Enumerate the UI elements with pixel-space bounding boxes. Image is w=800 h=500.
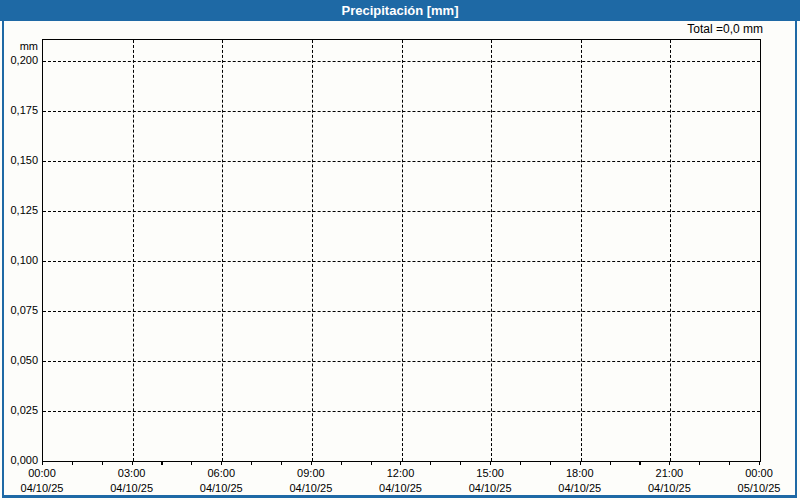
v-gridline xyxy=(491,40,492,461)
y-tick-label: 0,075 xyxy=(0,304,38,316)
x-tick-date-label: 04/10/25 xyxy=(96,482,168,494)
y-tick-label: 0,200 xyxy=(0,54,38,66)
y-tick-label: 0,100 xyxy=(0,254,38,266)
v-gridline xyxy=(222,40,223,461)
v-gridline xyxy=(402,40,403,461)
x-tick-time-label: 09:00 xyxy=(275,467,347,479)
chart-title: Precipitación [mm] xyxy=(341,3,458,18)
y-tick-label: 0,050 xyxy=(0,354,38,366)
x-tick-date-label: 04/10/25 xyxy=(185,482,257,494)
y-axis-unit-label: mm xyxy=(0,40,38,52)
v-gridline xyxy=(670,40,671,461)
x-tick-time-label: 21:00 xyxy=(633,467,705,479)
x-tick-date-label: 04/10/25 xyxy=(365,482,437,494)
x-tick-date-label: 04/10/25 xyxy=(544,482,616,494)
y-tick-label: 0,125 xyxy=(0,204,38,216)
x-tick-time-label: 03:00 xyxy=(96,467,168,479)
x-tick-date-label: 04/10/25 xyxy=(275,482,347,494)
x-tick-date-label: 04/10/25 xyxy=(633,482,705,494)
y-tick-label: 0,000 xyxy=(0,454,38,466)
x-tick-time-label: 18:00 xyxy=(544,467,616,479)
plot-area xyxy=(42,39,761,462)
x-tick-time-label: 00:00 xyxy=(723,467,795,479)
total-annotation: Total =0,0 mm xyxy=(687,22,763,36)
y-tick-label: 0,025 xyxy=(0,404,38,416)
x-tick-time-label: 06:00 xyxy=(185,467,257,479)
chart-window: Precipitación [mm] Total =0,0 mm mm 0,20… xyxy=(0,0,800,500)
v-gridline xyxy=(581,40,582,461)
x-tick-date-label: 04/10/25 xyxy=(6,482,78,494)
y-tick-label: 0,150 xyxy=(0,154,38,166)
x-tick-time-label: 00:00 xyxy=(6,467,78,479)
x-tick-time-label: 12:00 xyxy=(365,467,437,479)
v-gridline xyxy=(312,40,313,461)
x-tick-date-label: 05/10/25 xyxy=(723,482,795,494)
x-tick-time-label: 15:00 xyxy=(454,467,526,479)
chart-title-bar: Precipitación [mm] xyxy=(0,0,800,21)
x-axis-minor-ticks xyxy=(42,461,760,465)
x-tick-date-label: 04/10/25 xyxy=(454,482,526,494)
y-tick-label: 0,175 xyxy=(0,104,38,116)
v-gridline xyxy=(133,40,134,461)
